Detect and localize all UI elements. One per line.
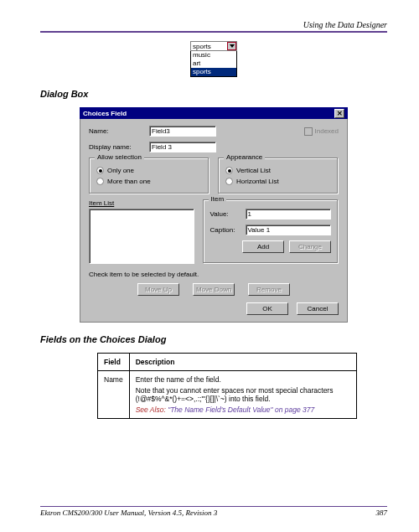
value-label: Value: (210, 210, 246, 218)
header-section: Using the Data Designer (40, 20, 387, 29)
ok-button[interactable]: OK (246, 302, 288, 315)
page-footer: Ektron CMS200/300 User Manual, Version 4… (40, 506, 387, 517)
section-heading-fields: Fields on the Choices Dialog (40, 334, 387, 344)
cancel-button[interactable]: Cancel (297, 302, 339, 315)
checkbox-icon (304, 127, 313, 136)
radio-label: Only one (107, 167, 134, 174)
appearance-group: Appearance Vertical List Horizontal List (218, 158, 339, 194)
radio-only-one[interactable]: Only one (96, 167, 202, 174)
movedown-button[interactable]: Move Down (193, 283, 235, 296)
footer-text: Ektron CMS200/300 User Manual, Version 4… (40, 509, 217, 517)
radio-icon (96, 167, 104, 174)
caption-field[interactable]: Value 1 (246, 225, 331, 235)
item-group: Item Value: 1 Caption: Value 1 Add Chang… (203, 199, 339, 264)
value-field[interactable]: 1 (246, 209, 331, 220)
cell-field: Name (98, 371, 130, 419)
radio-more-than-one[interactable]: More than one (96, 178, 202, 185)
radio-icon (96, 178, 104, 185)
add-button[interactable]: Add (242, 240, 284, 253)
dropdown-option[interactable]: music (191, 51, 236, 59)
dialog-titlebar: Choices Field ✕ (80, 107, 348, 119)
item-legend: Item (209, 195, 227, 203)
col-description: Description (129, 354, 356, 371)
item-listbox[interactable] (89, 209, 194, 264)
dropdown-button[interactable] (227, 42, 236, 50)
chevron-down-icon (230, 44, 235, 48)
dropdown-option[interactable]: art (191, 59, 236, 68)
table-row: Name Enter the name of the field. Note t… (98, 371, 357, 419)
radio-label: More than one (107, 178, 151, 185)
moveup-button[interactable]: Move Up (137, 283, 179, 296)
desc-line: Enter the name of the field. (136, 375, 350, 384)
close-icon[interactable]: ✕ (334, 109, 344, 118)
svg-marker-0 (230, 44, 235, 48)
display-label: Display name: (89, 143, 149, 151)
col-field: Field (98, 354, 130, 371)
appearance-legend: Appearance (224, 153, 265, 161)
caption-label: Caption: (210, 226, 246, 234)
dropdown-selected[interactable]: sports (191, 43, 227, 50)
cell-description: Enter the name of the field. Note that y… (129, 371, 356, 419)
desc-line: Note that you cannot enter spaces nor mo… (136, 386, 350, 403)
see-also-link[interactable]: "The Name Field's Default Value" on page… (168, 405, 314, 414)
dialog-title: Choices Field (83, 110, 127, 117)
dropdown-option-selected[interactable]: sports (191, 68, 236, 76)
dropdown-list[interactable]: music art sports (190, 51, 237, 77)
section-heading-dialog: Dialog Box (40, 89, 387, 99)
indexed-checkbox[interactable]: Indexed (304, 127, 339, 136)
indexed-label: Indexed (315, 127, 339, 135)
radio-horizontal[interactable]: Horizontal List (225, 178, 331, 185)
see-also-label: See Also: (136, 405, 166, 414)
fields-table: Field Description Name Enter the name of… (97, 353, 357, 419)
itemlist-label: Item List (89, 199, 194, 207)
header-rule (40, 31, 387, 33)
dropdown-demo: sports music art sports (190, 41, 237, 77)
default-hint: Check item to be selected by default. (89, 271, 339, 278)
radio-icon (225, 167, 233, 174)
name-label: Name: (89, 127, 149, 135)
change-button[interactable]: Change (289, 240, 331, 253)
radio-label: Horizontal List (236, 178, 279, 185)
choices-dialog: Choices Field ✕ Name: Field3 Indexed Dis… (80, 107, 348, 323)
table-header-row: Field Description (98, 354, 357, 371)
page-number: 387 (376, 509, 388, 517)
radio-label: Vertical List (236, 167, 271, 174)
name-field[interactable]: Field3 (149, 126, 216, 137)
allow-selection-group: Allow selection Only one More than one (89, 158, 210, 194)
remove-button[interactable]: Remove (248, 283, 290, 296)
radio-icon (225, 178, 233, 185)
allow-legend: Allow selection (95, 153, 144, 161)
display-field[interactable]: Field 3 (149, 142, 216, 152)
radio-vertical[interactable]: Vertical List (225, 167, 331, 174)
